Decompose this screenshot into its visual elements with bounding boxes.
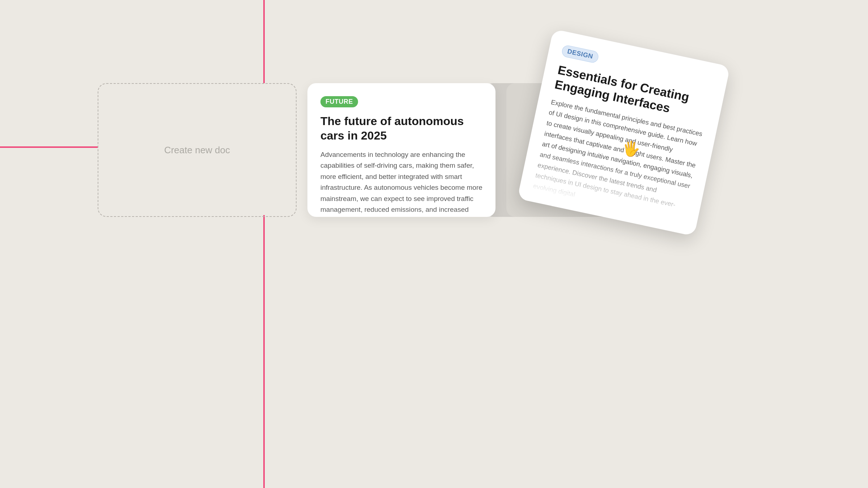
future-card-body: Advancements in technology are enhancing… [320, 149, 482, 217]
design-badge: DESIGN [561, 44, 600, 64]
design-card-wrapper: DESIGN Essentials for Creating Engaging … [517, 29, 730, 236]
create-card-label: Create new doc [164, 145, 230, 156]
cursor-hand-icon: 🖐 [622, 140, 640, 157]
future-badge: FUTURE [320, 96, 358, 107]
future-card: FUTURE The future of autonomous cars in … [307, 83, 495, 217]
design-card: DESIGN Essentials for Creating Engaging … [517, 29, 730, 236]
future-card-title: The future of autonomous cars in 2025 [320, 114, 482, 143]
vertical-line-top [263, 0, 265, 83]
create-new-doc-card[interactable]: Create new doc [98, 83, 297, 217]
horizontal-line-left [0, 146, 98, 148]
vertical-line-bottom [263, 215, 265, 488]
